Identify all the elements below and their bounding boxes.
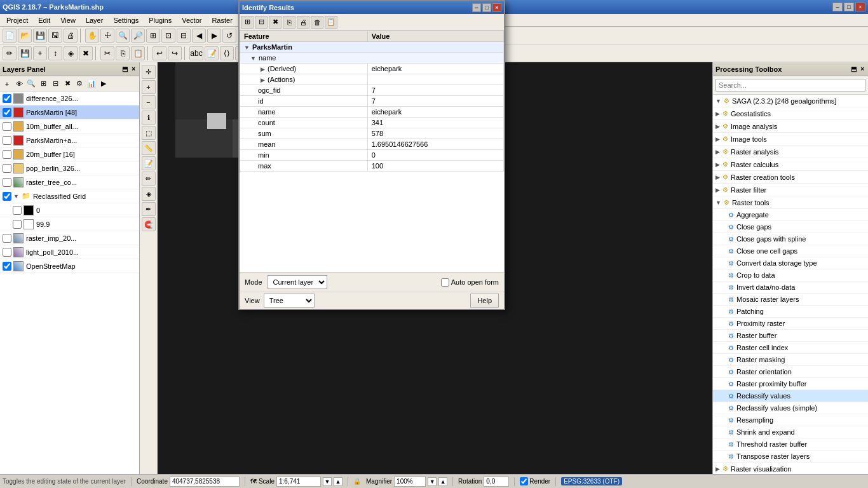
zoom-full-button[interactable]: ⊞ [146,29,160,43]
expand-all-button[interactable]: ⊞ [37,78,49,90]
processing-item-8-15[interactable]: ⚙Reclassify values [713,390,868,402]
identify-tool[interactable]: ℹ [142,111,156,125]
processing-category-header-1[interactable]: ▶⚙Geostatistics [713,107,868,120]
epsg-badge[interactable]: EPSG:32633 (OTF) [561,477,622,485]
zoom-next-button[interactable]: ▶ [207,29,221,43]
measure-tool[interactable]: 📏 [142,141,156,155]
expand-tree-button[interactable]: ⊞ [241,16,254,29]
layer-item-8[interactable]: 0 [0,203,139,217]
processing-item-8-4[interactable]: ⚙Convert data storage type [713,257,868,269]
layer-item-5[interactable]: pop_berlin_326... [0,161,139,175]
zoom-layer-button[interactable]: ⊡ [161,29,175,43]
maximize-button[interactable]: □ [844,3,854,11]
more-options-button[interactable]: ▶ [98,78,109,90]
processing-category-header-5[interactable]: ▶⚙Raster calculus [713,158,868,171]
processing-close-button[interactable]: × [859,65,865,72]
pan-tool[interactable]: ✛ [142,65,156,79]
layer-visibility-checkbox-2[interactable] [3,122,11,131]
print-results-button[interactable]: 🖨 [297,16,309,29]
pan-map-button[interactable]: ☩ [100,29,114,43]
layer-item-9[interactable]: 99.9 [0,217,139,231]
deselect-all-button[interactable]: ✖ [269,16,281,29]
panel-close-button[interactable]: × [130,65,137,72]
layer-visibility-checkbox-4[interactable] [3,150,11,159]
layer-visibility-checkbox-0[interactable] [3,94,11,103]
processing-category-header-8[interactable]: ▼⚙Raster tools [713,196,868,209]
menu-item-settings[interactable]: Settings [108,14,144,26]
clear-results-button[interactable]: 🗑 [311,16,323,29]
processing-item-8-2[interactable]: ⚙Close gaps with spline [713,233,868,245]
label-button[interactable]: abc [189,46,203,60]
menu-item-raster[interactable]: Raster [207,14,237,26]
zoom-in-tool[interactable]: + [142,80,156,94]
processing-search-input[interactable] [715,79,865,92]
processing-category-header-4[interactable]: ▶⚙Raster analysis [713,146,868,158]
layer-item-4[interactable]: 20m_buffer [16] [0,147,139,161]
remove-layer-button[interactable]: ✖ [62,78,73,90]
layer-visibility-checkbox-8[interactable] [13,206,22,215]
render-checkbox[interactable] [520,477,528,485]
processing-float-button[interactable]: ⬒ [850,65,858,72]
close-button[interactable]: × [855,3,865,11]
menu-item-project[interactable]: Project [1,14,33,26]
menu-item-vector[interactable]: Vector [177,14,207,26]
processing-item-8-0[interactable]: ⚙Aggregate [713,209,868,221]
html-annotation-button[interactable]: ⟨⟩ [220,46,234,60]
paste-features-button[interactable]: 📋 [131,46,145,60]
auto-open-checkbox[interactable] [441,278,449,287]
open-project-button[interactable]: 📂 [18,29,32,43]
identify-dialog-minimize[interactable]: – [472,3,481,12]
menu-item-edit[interactable]: Edit [33,14,55,26]
layer-visibility-checkbox-12[interactable] [3,262,11,271]
new-project-button[interactable]: 📄 [3,29,17,43]
processing-item-8-9[interactable]: ⚙Proximity raster [713,318,868,330]
add-group-button[interactable]: + [1,78,13,90]
panel-float-button[interactable]: ⬒ [121,65,129,72]
magnifier-input[interactable] [394,477,426,487]
minimize-button[interactable]: – [832,3,843,11]
layer-visibility-checkbox-11[interactable] [3,248,11,257]
layer-item-0[interactable]: difference_326... [0,92,139,105]
processing-item-8-6[interactable]: ⚙Invert data/no-data [713,281,868,294]
layer-item-2[interactable]: 10m_buffer_all... [0,119,139,133]
processing-item-8-7[interactable]: ⚙Mosaic raster layers [713,294,868,306]
layer-item-6[interactable]: raster_tree_co... [0,175,139,189]
zoom-in-button[interactable]: 🔍 [116,29,130,43]
undo-button[interactable]: ↩ [153,46,166,60]
mode-select[interactable]: Current layer Top down All layers [268,275,327,289]
collapse-all-button[interactable]: ⊟ [50,78,61,90]
cut-features-button[interactable]: ✂ [100,46,114,60]
layer-visibility-checkbox-7[interactable] [3,192,11,201]
edit-tool[interactable]: ✏ [142,172,156,186]
annotation-button[interactable]: 📝 [205,46,219,60]
layer-properties-button[interactable]: ⚙ [74,78,85,90]
processing-item-8-11[interactable]: ⚙Raster cell index [713,342,868,354]
layer-visibility-checkbox-1[interactable] [3,108,11,117]
processing-item-8-5[interactable]: ⚙Crop to data [713,269,868,281]
layer-visibility-checkbox-9[interactable] [13,220,22,229]
layer-item-11[interactable]: light_poll_2010... [0,245,139,259]
processing-item-8-14[interactable]: ⚙Raster proximity buffer [713,378,868,390]
save-edits-button[interactable]: 💾 [18,46,32,60]
zoom-prev-button[interactable]: ◀ [192,29,206,43]
node-tool[interactable]: ◈ [142,187,156,201]
refresh-button[interactable]: ↺ [222,29,236,43]
annotate-tool[interactable]: 📝 [142,156,156,170]
scale-spin-up[interactable]: ▲ [334,477,342,486]
processing-item-8-8[interactable]: ⚙Patching [713,306,868,318]
help-button-identify[interactable]: Help [470,294,499,308]
layer-item-12[interactable]: OpenStreetMap [0,259,139,273]
zoom-select-button[interactable]: ⊟ [177,29,191,43]
processing-item-8-16[interactable]: ⚙Reclassify values (simple) [713,402,868,414]
magnifier-spin-up[interactable]: ▲ [438,477,447,486]
processing-category-header-6[interactable]: ▶⚙Raster creation tools [713,171,868,184]
select-tool[interactable]: ⬚ [142,126,156,140]
menu-item-plugins[interactable]: Plugins [144,14,177,26]
rotation-input[interactable] [484,477,509,487]
save-project-button[interactable]: 💾 [33,29,47,43]
copy-results-button[interactable]: ⎘ [283,16,295,29]
layer-visibility-checkbox-5[interactable] [3,164,11,173]
node-tool-button[interactable]: ◈ [64,46,78,60]
processing-category-header-3[interactable]: ▶⚙Image tools [713,133,868,146]
processing-item-8-17[interactable]: ⚙Resampling [713,414,868,426]
